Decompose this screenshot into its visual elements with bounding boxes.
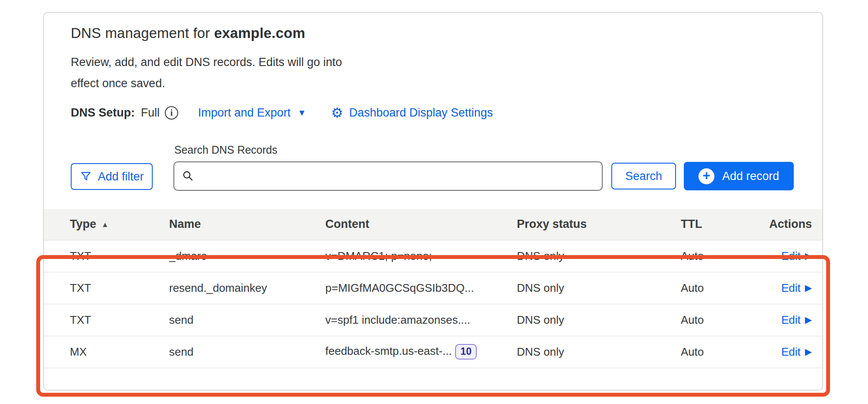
info-icon[interactable]: i bbox=[165, 106, 178, 120]
add-record-button[interactable]: + Add record bbox=[684, 162, 794, 190]
record-proxy-status: DNS only bbox=[517, 240, 681, 272]
search-input-container bbox=[173, 161, 603, 191]
plus-icon: + bbox=[698, 168, 714, 184]
dns-setup-row: DNS Setup: Full i Import and Export▼ ⚙Da… bbox=[71, 106, 796, 120]
search-section: Search DNS Records bbox=[173, 144, 603, 191]
controls-row: Add filter Search DNS Records Search + A… bbox=[71, 120, 796, 191]
search-button[interactable]: Search bbox=[611, 163, 676, 189]
record-proxy-status: DNS only bbox=[517, 272, 681, 304]
dns-records-table: Type▲ Name Content Proxy status TTL Acti… bbox=[44, 209, 822, 368]
sort-ascending-icon: ▲ bbox=[101, 221, 109, 229]
table-header-row: Type▲ Name Content Proxy status TTL Acti… bbox=[44, 209, 822, 240]
record-content: feedback-smtp.us-east-...10 bbox=[325, 336, 517, 368]
search-input[interactable] bbox=[173, 161, 603, 191]
record-ttl: Auto bbox=[681, 336, 762, 368]
record-type: TXT bbox=[44, 272, 169, 304]
record-content: v=DMARC1; p=none; bbox=[325, 240, 517, 272]
add-filter-button[interactable]: Add filter bbox=[71, 163, 153, 190]
add-filter-label: Add filter bbox=[98, 170, 144, 183]
edit-record-button[interactable]: Edit▶ bbox=[781, 249, 812, 263]
dns-management-card: DNS management for example.com Review, a… bbox=[43, 12, 823, 391]
edit-record-button[interactable]: Edit▶ bbox=[781, 313, 812, 327]
dns-setup-label: DNS Setup: bbox=[71, 106, 135, 120]
dashboard-settings-label: Dashboard Display Settings bbox=[349, 106, 493, 120]
chevron-right-icon: ▶ bbox=[805, 347, 812, 357]
record-ttl: Auto bbox=[681, 304, 762, 336]
search-icon bbox=[182, 170, 194, 184]
table-row: MX send feedback-smtp.us-east-...10 DNS … bbox=[44, 336, 822, 368]
record-proxy-status: DNS only bbox=[517, 304, 681, 336]
chevron-down-icon: ▼ bbox=[298, 108, 306, 118]
record-name: send bbox=[169, 304, 325, 336]
import-export-link[interactable]: Import and Export▼ bbox=[198, 106, 306, 120]
column-header-type[interactable]: Type▲ bbox=[44, 209, 169, 240]
add-record-label: Add record bbox=[722, 170, 779, 183]
edit-record-button[interactable]: Edit▶ bbox=[781, 345, 812, 359]
chevron-right-icon: ▶ bbox=[805, 315, 812, 325]
domain-name: example.com bbox=[214, 25, 305, 41]
chevron-right-icon: ▶ bbox=[805, 283, 812, 293]
page-description: Review, add, and edit DNS records. Edits… bbox=[71, 52, 359, 94]
import-export-label: Import and Export bbox=[198, 106, 291, 120]
record-type: MX bbox=[44, 336, 169, 368]
record-content: p=MIGfMA0GCSqGSIb3DQ... bbox=[325, 272, 517, 304]
column-header-content: Content bbox=[325, 209, 517, 240]
record-name: send bbox=[169, 336, 325, 368]
edit-record-button[interactable]: Edit▶ bbox=[781, 281, 812, 295]
record-type: TXT bbox=[44, 304, 169, 336]
column-header-actions: Actions bbox=[762, 209, 822, 240]
gear-icon: ⚙ bbox=[331, 106, 343, 120]
dns-setup-value: Full bbox=[141, 106, 160, 120]
table-row: TXT send v=spf1 include:amazonses.... DN… bbox=[44, 304, 822, 336]
record-proxy-status: DNS only bbox=[517, 336, 681, 368]
column-header-proxy-status: Proxy status bbox=[517, 209, 681, 240]
chevron-right-icon: ▶ bbox=[805, 251, 812, 261]
table-row: TXT _dmarc v=DMARC1; p=none; DNS only Au… bbox=[44, 240, 822, 272]
record-name: resend._domainkey bbox=[169, 272, 325, 304]
column-header-name: Name bbox=[169, 209, 325, 240]
record-name: _dmarc bbox=[169, 240, 325, 272]
record-type: TXT bbox=[44, 240, 169, 272]
table-row: TXT resend._domainkey p=MIGfMA0GCSqGSIb3… bbox=[44, 272, 822, 304]
priority-badge: 10 bbox=[455, 344, 477, 360]
search-label: Search DNS Records bbox=[174, 144, 603, 156]
page-title-prefix: DNS management for bbox=[71, 25, 210, 41]
record-ttl: Auto bbox=[681, 272, 762, 304]
page-title: DNS management for example.com bbox=[71, 25, 796, 41]
filter-icon bbox=[80, 170, 92, 183]
record-ttl: Auto bbox=[681, 240, 762, 272]
dashboard-display-settings-link[interactable]: ⚙Dashboard Display Settings bbox=[331, 106, 493, 120]
column-header-ttl: TTL bbox=[681, 209, 762, 240]
page: DNS management for example.com Review, a… bbox=[0, 0, 868, 404]
record-content: v=spf1 include:amazonses.... bbox=[325, 304, 517, 336]
